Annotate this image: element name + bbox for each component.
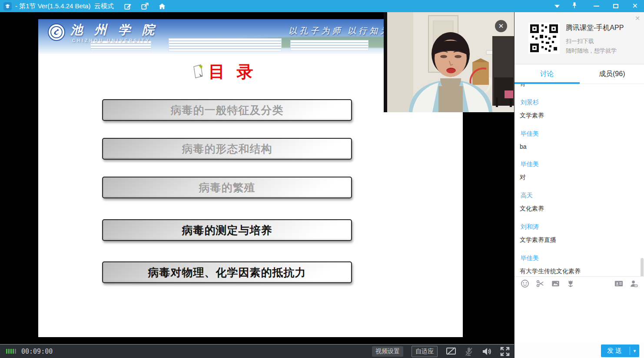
emoji-icon[interactable] (521, 279, 529, 288)
chat-text: 对 (515, 174, 644, 181)
send-options-caret-icon[interactable]: ▼ (630, 349, 639, 353)
toc-item-4: 病毒的测定与培养 (102, 219, 352, 241)
send-label: 发送 (601, 347, 630, 355)
toc-item-3: 病毒的繁殖 (102, 177, 352, 198)
toc-item-1: 病毒的一般特征及分类 (102, 99, 352, 121)
side-panel: ✕ 腾讯课堂-手机APP (514, 12, 644, 358)
chat-message-partial: 青 (515, 84, 644, 88)
app-window: - 第1节 Ver(1.5.4.24 Beta) 云模式 ✕ (0, 0, 644, 358)
chat-username: 刘和涛 (515, 223, 644, 231)
university-name-cn: 池 州 学 院 (70, 22, 159, 38)
promo-close-icon[interactable]: ✕ (635, 15, 640, 22)
toc-item-5: 病毒对物理、化学因素的抵抗力 (102, 261, 352, 283)
video-settings-button[interactable]: 视频设置 (372, 346, 403, 357)
university-name-en: CHIZHOU UNIVERSITY (72, 38, 150, 43)
fullscreen-icon[interactable] (500, 347, 510, 356)
microphone-muted-icon[interactable] (465, 347, 473, 356)
edit-icon[interactable] (124, 3, 132, 10)
chat-message: 毕佳美 对 (515, 150, 644, 181)
toc-item-2: 病毒的形态和结构 (102, 138, 352, 160)
minimize-button[interactable] (594, 6, 599, 7)
chat-message-list: 青 刘景杉 文学素养 毕佳美 ba 毕佳美 对 高天 文化素养 刘和涛 文学素养… (515, 84, 644, 276)
chat-message: 高天 文化素养 (515, 181, 644, 213)
chat-text: 有大学生传统文化素养 (515, 268, 644, 275)
chat-username: 刘景杉 (515, 99, 644, 107)
title-bar: - 第1节 Ver(1.5.4.24 Beta) 云模式 ✕ (0, 0, 644, 12)
chat-message: 毕佳美 有大学生传统文化素养 (515, 244, 644, 275)
chat-message: 刘景杉 文学素养 (515, 88, 644, 120)
screenshot-scissors-icon[interactable] (536, 279, 544, 288)
pin-icon[interactable] (571, 2, 578, 11)
send-button[interactable]: 发送 ▼ (601, 345, 639, 357)
home-icon[interactable] (158, 3, 166, 10)
flower-icon[interactable] (567, 279, 574, 288)
chat-username: 毕佳美 (515, 254, 644, 262)
signal-strength-icon (6, 349, 16, 354)
chat-text: ba (515, 143, 644, 150)
app-logo-icon (3, 2, 12, 10)
promo-title: 腾讯课堂-手机APP (566, 23, 624, 33)
screen-share-off-icon[interactable] (446, 347, 456, 356)
university-logo (48, 23, 65, 41)
tab-members[interactable]: 成员(96) (580, 64, 644, 84)
member-view-icon[interactable] (629, 279, 638, 288)
building-graphic (169, 38, 282, 51)
close-button[interactable]: ✕ (632, 3, 638, 10)
share-icon[interactable] (141, 3, 149, 10)
chevron-down-icon[interactable] (554, 5, 560, 8)
image-icon[interactable] (551, 279, 560, 288)
name-card-icon[interactable] (614, 279, 624, 288)
webcam-close-button[interactable]: ✕ (495, 20, 507, 32)
send-row: 发送 ▼ (515, 344, 644, 358)
tab-discussion[interactable]: 讨论 (515, 64, 580, 84)
chat-message: 刘和涛 文学素养直播 (515, 213, 644, 244)
chat-message: 毕佳美 ba (515, 120, 644, 150)
promo-line2: 随时随地，想学就学 (566, 47, 617, 55)
autofit-button[interactable]: 自适应 (412, 346, 438, 357)
message-input[interactable] (515, 291, 644, 344)
video-stage: 池 州 学 院 CHIZHOU UNIVERSITY 以孔子为师 以行知为友 目… (0, 12, 514, 344)
promo-line1: 扫一扫下载 (566, 37, 594, 45)
webcam-video: ✕ (384, 12, 514, 112)
elapsed-timer: 00:09:00 (21, 348, 53, 355)
chat-username: 毕佳美 (515, 161, 644, 168)
document-icon (191, 63, 206, 81)
chat-username: 高天 (515, 192, 644, 200)
chat-text: 文学素养直播 (515, 236, 644, 244)
window-title: - 第1节 Ver(1.5.4.24 Beta) 云模式 (15, 2, 114, 10)
chat-scrollbar[interactable] (641, 258, 644, 276)
chat-text: 文学素养 (515, 112, 644, 120)
toc-title: 目 录 (209, 61, 257, 83)
speaker-icon[interactable] (481, 347, 492, 356)
maximize-button[interactable] (613, 4, 618, 8)
app-promo-card: ✕ 腾讯课堂-手机APP (515, 12, 644, 64)
chat-toolbar (515, 276, 644, 291)
chat-text: 文化素养 (515, 205, 644, 213)
chat-username: 毕佳美 (515, 130, 644, 138)
building-graphic (290, 40, 368, 50)
player-control-bar: 00:09:00 视频设置 自适应 (0, 344, 514, 358)
chat-tabs: 讨论 成员(96) (515, 64, 644, 84)
qr-code (528, 23, 560, 54)
